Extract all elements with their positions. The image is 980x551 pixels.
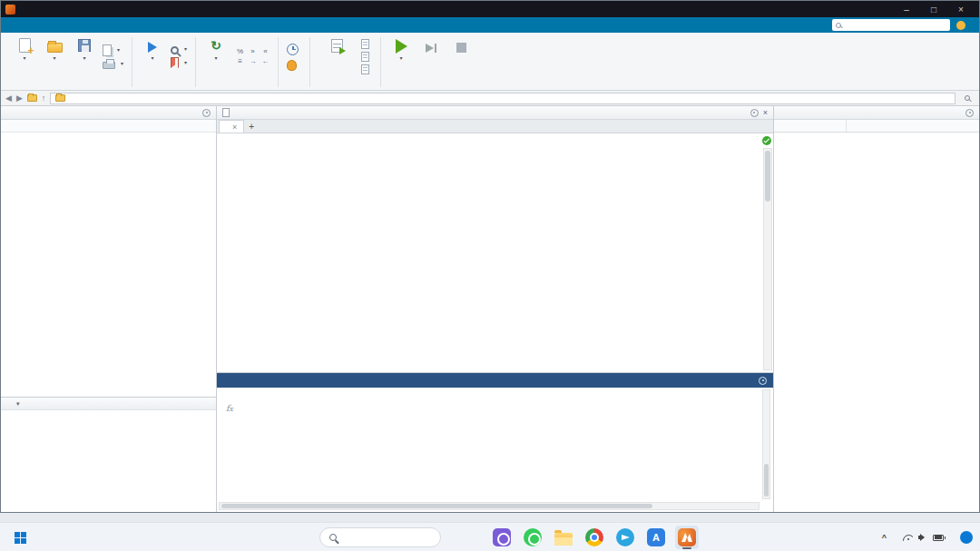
matlab-taskbar-button[interactable] <box>675 526 699 549</box>
search-documentation-box[interactable] <box>832 19 950 31</box>
file-list <box>1 133 216 397</box>
maximize-icon[interactable]: □ <box>920 1 947 17</box>
uncomment-icon[interactable]: ← <box>260 57 271 66</box>
run-to-end-button[interactable] <box>359 64 374 74</box>
save-button[interactable]: ▾ <box>71 35 98 77</box>
run-button[interactable]: ▾ <box>387 35 415 77</box>
new-tab-button[interactable]: + <box>244 120 259 133</box>
section-break-button[interactable] <box>359 39 374 49</box>
command-window[interactable]: fx <box>217 388 773 512</box>
workspace-menu-icon[interactable] <box>965 109 974 117</box>
current-folder-header <box>1 106 216 120</box>
tab-close-icon[interactable]: × <box>232 123 237 132</box>
stop-icon <box>456 43 466 53</box>
community-icon[interactable] <box>956 21 965 30</box>
wifi-icon[interactable] <box>903 535 913 541</box>
step-button[interactable] <box>417 35 445 77</box>
refactor-button[interactable]: ↻▾ <box>202 35 230 77</box>
command-window-header[interactable] <box>217 373 773 388</box>
address-bar: ◀ ▶ ↑ <box>1 91 979 106</box>
telegram-button[interactable] <box>613 526 637 549</box>
breadcrumb[interactable] <box>50 93 956 104</box>
find-button[interactable]: ▾ <box>169 44 189 54</box>
command-window-menu-icon[interactable] <box>759 377 767 385</box>
search-icon <box>329 534 337 541</box>
address-search-icon[interactable] <box>960 95 975 101</box>
goto-button[interactable]: ▾ <box>139 35 166 77</box>
ribbon-section-label <box>196 78 278 90</box>
volume-icon[interactable] <box>918 534 927 541</box>
forward-icon[interactable]: ▶ <box>16 93 23 103</box>
workspace-variable-list <box>774 133 979 512</box>
up-one-level-icon[interactable]: ↑ <box>42 93 46 103</box>
search-documentation-input[interactable] <box>844 21 946 30</box>
section-break-icon <box>361 39 369 49</box>
ribbon-group-file: ▾ ▾ ▾ ▾ ▾ <box>5 34 132 90</box>
scrollbar-thumb[interactable] <box>221 504 652 508</box>
details-header[interactable]: ▾ <box>1 397 216 410</box>
comment-icon[interactable]: % <box>234 47 246 56</box>
run-section-button[interactable] <box>317 35 357 77</box>
purple-app-button[interactable] <box>490 526 514 549</box>
close-icon[interactable]: × <box>947 1 975 17</box>
new-button[interactable]: ▾ <box>11 35 38 77</box>
chevron-down-icon[interactable]: ▾ <box>16 400 20 408</box>
workspace-name-column[interactable] <box>774 120 847 132</box>
print-button[interactable]: ▾ <box>101 59 125 69</box>
start-button[interactable] <box>9 526 31 548</box>
tray-chevron-icon[interactable]: ^ <box>882 533 887 542</box>
code-editor[interactable] <box>217 133 760 372</box>
workspace-value-column[interactable] <box>847 120 979 132</box>
scrollbar-thumb[interactable] <box>765 151 770 202</box>
whatsapp-button[interactable] <box>521 526 544 549</box>
taskbar-search[interactable] <box>319 527 441 547</box>
command-prompt-row[interactable]: fx <box>226 402 759 414</box>
taskbar: A ^ <box>0 522 980 551</box>
stop-button[interactable] <box>447 35 475 77</box>
browse-folder-icon[interactable] <box>27 94 37 102</box>
command-vscrollbar[interactable] <box>762 389 770 499</box>
translate-app-button[interactable]: A <box>644 526 668 549</box>
bookmark-button[interactable]: ▾ <box>169 57 189 68</box>
editor-menu-icon[interactable] <box>750 109 759 117</box>
minimize-icon[interactable]: – <box>893 1 920 17</box>
chrome-button[interactable] <box>583 526 606 549</box>
name-column-header[interactable] <box>1 120 216 133</box>
battery-icon[interactable] <box>933 535 944 541</box>
file-explorer-icon <box>554 533 573 546</box>
ribbon-group-section <box>310 34 380 90</box>
indent-left-icon[interactable]: « <box>260 47 271 56</box>
run-section-icon <box>331 39 343 53</box>
details-list <box>1 410 216 512</box>
profiler-button[interactable] <box>285 43 303 55</box>
whatsapp-icon <box>524 528 542 546</box>
title-bar: – □ × <box>1 1 979 17</box>
scrollbar-thumb[interactable] <box>764 464 769 497</box>
tab-code4[interactable]: × <box>219 120 244 133</box>
profiler-clock-icon <box>287 44 299 55</box>
smart-indent-icon[interactable]: → <box>247 57 259 66</box>
matlab-window: – □ × ▾ ▾ ▾ <box>0 0 980 513</box>
panel-menu-icon[interactable] <box>202 109 211 117</box>
wrap-comments-icon[interactable]: ≡ <box>234 57 246 66</box>
translate-icon: A <box>647 528 665 546</box>
analyze-button[interactable] <box>285 59 303 71</box>
open-button[interactable]: ▾ <box>41 35 68 77</box>
fx-icon[interactable]: fx <box>226 403 233 413</box>
ribbon-section-label <box>132 78 195 90</box>
compare-button[interactable]: ▾ <box>101 44 125 56</box>
command-hscrollbar[interactable] <box>219 502 760 510</box>
analyze-badge-icon <box>287 60 297 71</box>
file-explorer-button[interactable] <box>552 526 575 549</box>
notification-badge[interactable] <box>960 531 973 544</box>
main-area: ▾ × × + <box>1 106 979 512</box>
run-and-advance-button[interactable] <box>359 52 374 62</box>
editor-scrollbar[interactable] <box>763 148 772 370</box>
editor-panel: × × + <box>217 106 774 512</box>
back-icon[interactable]: ◀ <box>5 93 12 103</box>
code-analyzer-ok-icon[interactable] <box>762 136 771 145</box>
editor-close-icon[interactable]: × <box>763 108 768 117</box>
code-editor-area <box>217 133 773 373</box>
search-icon <box>836 23 841 28</box>
indent-right-icon[interactable]: » <box>247 47 259 56</box>
